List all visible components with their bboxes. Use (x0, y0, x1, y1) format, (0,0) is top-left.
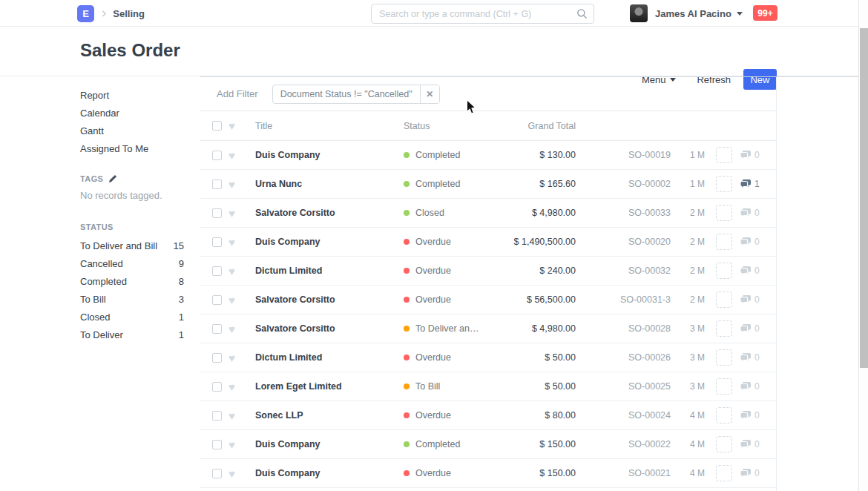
row-checkbox[interactable] (212, 440, 222, 449)
select-all-checkbox[interactable] (212, 121, 222, 131)
liked-filter-heart-icon[interactable]: ♥ (228, 121, 240, 131)
row-checkbox[interactable] (212, 266, 222, 276)
table-row[interactable]: ♥ Duis Company Completed $ 130.00 SO-000… (200, 141, 776, 170)
assignee-placeholder[interactable] (716, 263, 732, 279)
assignee-placeholder[interactable] (716, 349, 732, 366)
notification-badge[interactable]: 99+ (753, 5, 777, 21)
add-filter-button[interactable]: Add Filter (217, 88, 258, 99)
comments-icon (740, 266, 752, 276)
assignee-placeholder[interactable] (716, 291, 732, 308)
sidebar-status-filter[interactable]: Cancelled 9 (80, 255, 184, 273)
row-status: Overdue (404, 410, 485, 421)
assignee-placeholder[interactable] (716, 176, 732, 192)
row-title[interactable]: Salvatore Corsitto (255, 323, 404, 334)
row-status: Completed (404, 150, 485, 160)
assignee-placeholder[interactable] (716, 147, 732, 163)
row-checkbox[interactable] (212, 151, 222, 160)
list-sidebar: ReportCalendarGanttAssigned To Me TAGS N… (80, 87, 184, 344)
like-heart-icon[interactable]: ♥ (228, 151, 240, 160)
like-heart-icon[interactable]: ♥ (228, 382, 240, 392)
like-heart-icon[interactable]: ♥ (228, 266, 240, 276)
like-heart-icon[interactable]: ♥ (228, 411, 240, 421)
status-count: 3 (179, 291, 184, 309)
row-title[interactable]: Lorem Eget Limited (255, 381, 404, 392)
breadcrumb-selling[interactable]: Selling (113, 8, 145, 19)
table-row[interactable]: ♥ Salvatore Corsitto To Deliver an… $ 4,… (200, 314, 776, 343)
row-checkbox[interactable] (212, 382, 222, 392)
filter-chip-label[interactable]: Document Status != "Cancelled" (273, 85, 420, 103)
table-row[interactable]: ♥ Sonec LLP Overdue $ 80.00 SO-00024 4 M… (200, 401, 776, 430)
row-title[interactable]: Dictum Limited (255, 266, 404, 276)
row-checkbox[interactable] (212, 208, 222, 218)
sidebar-view-link[interactable]: Gantt (80, 122, 184, 140)
status-dot-icon (404, 383, 410, 389)
like-heart-icon[interactable]: ♥ (228, 469, 240, 478)
assignee-placeholder[interactable] (716, 378, 732, 395)
row-title[interactable]: Duis Company (255, 468, 404, 478)
global-search (371, 4, 594, 24)
row-status: To Bill (404, 381, 485, 392)
status-count: 15 (174, 237, 184, 255)
table-row[interactable]: ♥ Dictum Limited Overdue $ 240.00 SO-000… (200, 257, 776, 286)
row-document-id: SO-00024 (576, 410, 671, 421)
comment-indicator: 0 (740, 323, 760, 334)
row-title[interactable]: Duis Company (255, 439, 404, 449)
row-grand-total: $ 4,980.00 (485, 323, 576, 334)
sidebar-status-filter[interactable]: To Deliver 1 (80, 326, 184, 344)
row-checkbox[interactable] (212, 411, 222, 421)
sidebar-view-link[interactable]: Report (80, 87, 184, 105)
table-row[interactable]: ♥ Duis Company Completed $ 150.00 SO-000… (200, 430, 776, 459)
row-title[interactable]: Salvatore Corsitto (255, 294, 404, 305)
assignee-placeholder[interactable] (716, 234, 732, 250)
row-checkbox[interactable] (212, 469, 222, 478)
table-row[interactable]: ♥ Dictum Limited Overdue $ 50.00 SO-0002… (200, 343, 776, 372)
table-row[interactable]: ♥ Duis Company Overdue $ 1,490,500.00 SO… (200, 228, 776, 257)
scrollbar-thumb[interactable] (860, 28, 868, 368)
sidebar-status-filter[interactable]: Completed 8 (80, 273, 184, 291)
row-status: Overdue (404, 352, 485, 363)
row-checkbox[interactable] (212, 179, 222, 189)
assignee-placeholder[interactable] (716, 205, 732, 221)
comment-indicator: 1 (740, 179, 760, 189)
table-row[interactable]: ♥ Urna Nunc Completed $ 165.60 SO-00002 … (200, 170, 776, 199)
like-heart-icon[interactable]: ♥ (228, 440, 240, 449)
row-title[interactable]: Dictum Limited (255, 352, 404, 363)
like-heart-icon[interactable]: ♥ (228, 324, 240, 334)
like-heart-icon[interactable]: ♥ (228, 179, 240, 189)
table-row[interactable]: ♥ Duis Company Overdue $ 150.00 SO-00021… (200, 459, 776, 488)
assignee-placeholder[interactable] (716, 436, 732, 452)
remove-filter-button[interactable]: ✕ (420, 85, 439, 103)
table-row[interactable]: ♥ Lorem Eget Limited To Bill $ 50.00 SO-… (200, 372, 776, 401)
row-checkbox[interactable] (212, 324, 222, 334)
like-heart-icon[interactable]: ♥ (228, 295, 240, 305)
row-checkbox[interactable] (212, 295, 222, 305)
like-heart-icon[interactable]: ♥ (228, 353, 240, 363)
list-header-row: ♥ Title Status Grand Total (200, 111, 776, 141)
app-logo[interactable]: E (77, 5, 94, 22)
sidebar-status-filter[interactable]: To Deliver and Bill 15 (80, 237, 184, 255)
row-title[interactable]: Duis Company (255, 150, 404, 160)
row-title[interactable]: Urna Nunc (255, 179, 404, 189)
table-row[interactable]: ♥ Salvatore Corsitto Overdue $ 56,500.00… (200, 286, 776, 314)
search-input[interactable] (371, 4, 594, 24)
sidebar-status-filter[interactable]: Closed 1 (80, 309, 184, 326)
row-checkbox[interactable] (212, 237, 222, 247)
assignee-placeholder[interactable] (716, 407, 732, 424)
scrollbar-track[interactable] (858, 0, 868, 491)
like-heart-icon[interactable]: ♥ (228, 237, 240, 247)
sidebar-view-link[interactable]: Calendar (80, 105, 184, 122)
assignee-placeholder[interactable] (716, 320, 732, 337)
edit-tags-pencil-icon[interactable] (108, 174, 117, 183)
row-checkbox[interactable] (212, 353, 222, 363)
column-header-status: Status (404, 121, 485, 131)
table-row[interactable]: ♥ Salvatore Corsitto Closed $ 4,980.00 S… (200, 199, 776, 228)
row-title[interactable]: Sonec LLP (255, 410, 404, 421)
sidebar-status-filter[interactable]: To Bill 3 (80, 291, 184, 309)
status-count: 1 (179, 309, 184, 326)
sidebar-view-link[interactable]: Assigned To Me (80, 140, 184, 158)
row-title[interactable]: Duis Company (255, 237, 404, 247)
row-title[interactable]: Salvatore Corsitto (255, 208, 404, 218)
assignee-placeholder[interactable] (716, 465, 732, 481)
user-menu[interactable]: James Al Pacino (630, 4, 743, 22)
like-heart-icon[interactable]: ♥ (228, 208, 240, 218)
